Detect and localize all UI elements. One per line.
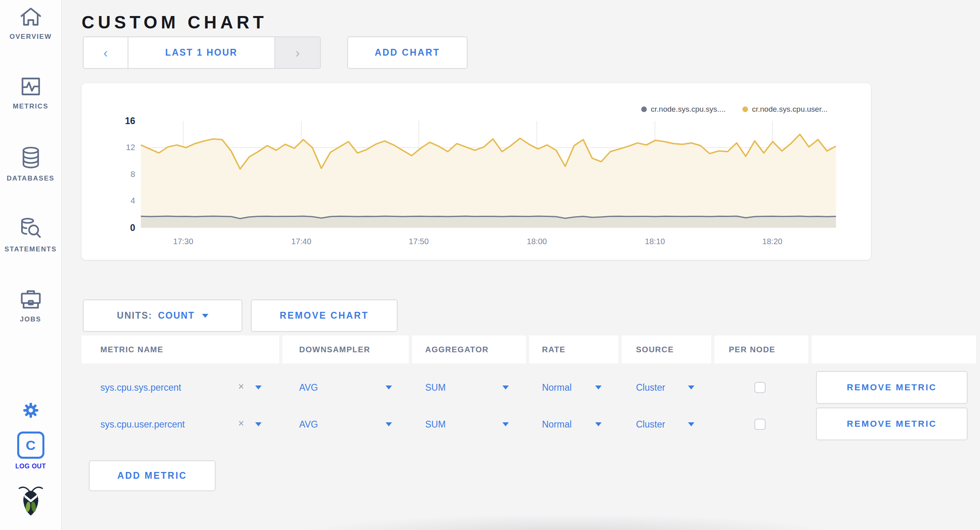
aggregator-select[interactable]: SUM xyxy=(412,367,526,408)
chevron-down-icon[interactable] xyxy=(688,422,694,426)
time-window-next-button[interactable]: › xyxy=(274,37,320,68)
table-row: sys.cpu.sys.percent × AVG SUM Normal Clu… xyxy=(82,367,976,408)
remove-metric-button[interactable]: REMOVE METRIC xyxy=(816,408,968,440)
aggregator-select[interactable]: SUM xyxy=(412,404,526,444)
sidebar-item-databases[interactable]: DATABASES xyxy=(0,146,61,183)
source-value: Cluster xyxy=(636,382,665,393)
source-select[interactable]: Cluster xyxy=(622,367,711,408)
page-title: CUSTOM CHART xyxy=(82,12,267,32)
downsampler-select[interactable]: AVG xyxy=(282,404,409,444)
aggregator-value: SUM xyxy=(425,419,446,430)
chevron-right-icon: › xyxy=(295,45,300,60)
cockroach-bug-icon xyxy=(18,484,44,520)
x-tick-label: 17:50 xyxy=(401,237,437,246)
x-tick-label: 18:20 xyxy=(754,237,790,246)
add-chart-button[interactable]: ADD CHART xyxy=(347,36,468,69)
chevron-down-icon[interactable] xyxy=(386,385,392,389)
per-node-checkbox[interactable] xyxy=(754,382,766,393)
metric-name-select[interactable]: sys.cpu.user.percent × xyxy=(82,404,279,444)
sidebar: OVERVIEW METRICS DATABASES xyxy=(0,0,62,530)
chevron-down-icon[interactable] xyxy=(255,422,262,426)
chevron-left-icon: ‹ xyxy=(103,45,108,60)
avatar: C xyxy=(17,432,44,459)
rate-value: Normal xyxy=(542,419,572,430)
database-icon xyxy=(20,146,42,170)
x-tick-label: 18:10 xyxy=(637,237,673,246)
y-tick-label: 8 xyxy=(107,169,135,179)
rate-select[interactable]: Normal xyxy=(529,367,618,408)
chart-plot xyxy=(141,121,836,228)
rate-select[interactable]: Normal xyxy=(529,404,618,444)
time-window-selector: ‹ LAST 1 HOUR › xyxy=(83,36,321,69)
units-prefix-label: UNITS: xyxy=(117,310,152,321)
sidebar-item-statements[interactable]: STATEMENTS xyxy=(0,217,61,253)
legend-dot-icon xyxy=(641,106,647,112)
downsampler-value: AVG xyxy=(299,419,318,430)
units-dropdown[interactable]: UNITS: COUNT xyxy=(83,299,242,332)
time-window-range-button[interactable]: LAST 1 HOUR xyxy=(128,37,274,68)
column-header-per-node: PER NODE xyxy=(714,335,808,363)
legend-item-sys[interactable]: cr.node.sys.cpu.sys.... xyxy=(641,105,726,114)
legend-dot-icon xyxy=(742,106,748,112)
downsampler-select[interactable]: AVG xyxy=(282,367,409,408)
sidebar-item-label: JOBS xyxy=(0,315,61,323)
chevron-down-icon[interactable] xyxy=(595,422,602,426)
sidebar-item-overview[interactable]: OVERVIEW xyxy=(0,6,61,41)
column-header-actions xyxy=(812,335,976,363)
metric-name-value: sys.cpu.sys.percent xyxy=(100,382,181,393)
chevron-down-icon[interactable] xyxy=(386,422,392,426)
source-value: Cluster xyxy=(636,419,665,430)
column-header-aggregator: AGGREGATOR xyxy=(412,335,526,363)
sidebar-item-jobs[interactable]: JOBS xyxy=(0,288,61,323)
per-node-checkbox[interactable] xyxy=(754,419,766,430)
clear-icon[interactable]: × xyxy=(238,381,244,392)
home-icon xyxy=(19,6,42,28)
custom-chart-page: OVERVIEW METRICS DATABASES xyxy=(0,0,980,530)
gear-icon xyxy=(21,400,41,420)
source-select[interactable]: Cluster xyxy=(622,404,711,444)
y-tick-label: 12 xyxy=(107,143,135,152)
legend-label: cr.node.sys.cpu.user... xyxy=(752,105,828,114)
sidebar-item-label: OVERVIEW xyxy=(0,33,61,41)
chevron-down-icon[interactable] xyxy=(502,385,509,389)
bottom-scroll-shadow xyxy=(248,512,888,530)
chevron-down-icon[interactable] xyxy=(255,385,262,389)
clear-icon[interactable]: × xyxy=(238,418,244,429)
time-window-prev-button[interactable]: ‹ xyxy=(84,37,128,68)
x-tick-label: 17:30 xyxy=(165,237,201,246)
aggregator-value: SUM xyxy=(425,382,446,393)
chevron-down-icon[interactable] xyxy=(502,422,509,426)
chevron-down-icon[interactable] xyxy=(595,385,602,389)
statements-icon xyxy=(19,217,43,241)
column-header-downsampler: DOWNSAMPLER xyxy=(282,335,409,363)
y-tick-label: 16 xyxy=(107,116,135,126)
chart-card: cr.node.sys.cpu.sys.... cr.node.sys.cpu.… xyxy=(82,83,871,260)
y-tick-label: 4 xyxy=(107,196,135,205)
y-tick-label: 0 xyxy=(107,223,135,233)
column-header-rate: RATE xyxy=(529,335,618,363)
sidebar-item-label: DATABASES xyxy=(0,175,61,183)
time-range-label: LAST 1 HOUR xyxy=(165,47,238,58)
table-row: sys.cpu.user.percent × AVG SUM Normal Cl… xyxy=(82,404,976,444)
legend-label: cr.node.sys.cpu.sys.... xyxy=(651,105,726,114)
chart-plot-area xyxy=(141,121,836,228)
sidebar-settings[interactable] xyxy=(0,400,61,420)
remove-metric-button[interactable]: REMOVE METRIC xyxy=(816,371,968,404)
chevron-down-icon xyxy=(202,314,208,318)
sidebar-logo xyxy=(0,484,61,520)
metric-name-select[interactable]: sys.cpu.sys.percent × xyxy=(82,367,279,408)
x-tick-label: 18:00 xyxy=(519,237,555,246)
x-tick-label: 17:40 xyxy=(283,237,319,246)
sidebar-user[interactable]: C LOG OUT xyxy=(0,432,61,470)
sidebar-item-label: STATEMENTS xyxy=(0,245,61,253)
sidebar-item-metrics[interactable]: METRICS xyxy=(0,75,61,110)
avatar-letter: C xyxy=(26,438,36,453)
logout-link[interactable]: LOG OUT xyxy=(0,463,61,470)
add-metric-button[interactable]: ADD METRIC xyxy=(89,460,216,491)
sidebar-item-label: METRICS xyxy=(0,102,61,110)
column-header-metric-name: METRIC NAME xyxy=(82,335,279,363)
rate-value: Normal xyxy=(542,382,572,393)
legend-item-user[interactable]: cr.node.sys.cpu.user... xyxy=(742,105,828,114)
remove-chart-button[interactable]: REMOVE CHART xyxy=(251,299,398,332)
chevron-down-icon[interactable] xyxy=(688,385,694,389)
